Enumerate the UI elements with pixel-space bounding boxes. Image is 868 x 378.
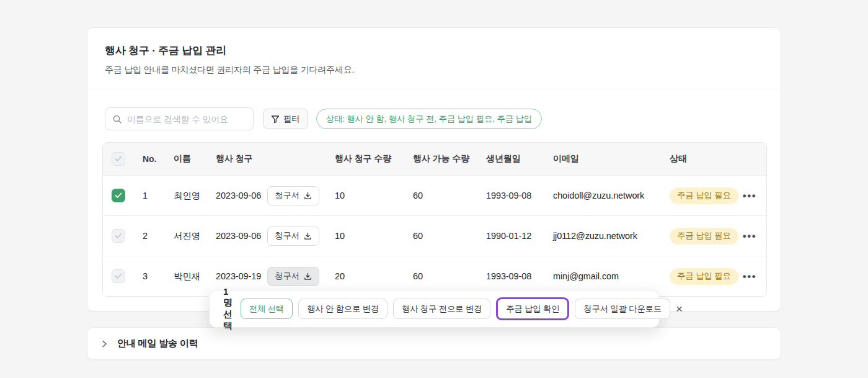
- row-checkbox[interactable]: [112, 189, 125, 202]
- download-icon: [304, 192, 312, 200]
- col-header-birth: 생년월일: [477, 153, 544, 164]
- col-header-no: No.: [134, 154, 165, 164]
- row-birth: 1990-01-12: [477, 231, 544, 241]
- page-subtitle: 주금 납입 안내를 마치셨다면 권리자의 주금 납입을 기다려주세요.: [105, 65, 763, 76]
- table-header-row: No. 이름 행사 청구 행사 청구 수량 행사 가능 수량 생년월일 이메일 …: [103, 143, 766, 175]
- row-name: 박민재: [165, 271, 207, 282]
- row-request-qty: 20: [326, 271, 404, 281]
- check-icon: [115, 192, 122, 199]
- download-icon: [304, 232, 312, 240]
- col-header-name: 이름: [165, 153, 207, 164]
- check-icon: [115, 273, 122, 279]
- row-no: 3: [134, 271, 165, 281]
- status-badge: 주금 납입 필요: [670, 268, 738, 285]
- row-available-qty: 60: [404, 271, 477, 281]
- bulk-download-invoices-button[interactable]: 청구서 일괄 다운로드: [575, 299, 670, 319]
- row-available-qty: 60: [404, 231, 477, 241]
- row-birth: 1993-09-08: [477, 191, 544, 200]
- panel-header: 행사 청구 · 주금 납입 관리 주금 납입 안내를 마치셨다면 권리자의 주금…: [87, 28, 781, 89]
- status-filter-chip[interactable]: 상태: 행사 안 함, 행사 청구 전, 주금 납입 필요, 주금 납입: [316, 109, 542, 129]
- row-no: 1: [134, 191, 165, 200]
- check-icon: [115, 156, 122, 162]
- table-row: 1 최인영 2023-09-06 청구서 10 60 1993-09-08 ch…: [103, 175, 766, 215]
- row-more-button[interactable]: •••: [743, 191, 756, 201]
- confirm-payment-button[interactable]: 주금 납입 확인: [496, 297, 569, 320]
- exercise-payment-panel: 행사 청구 · 주금 납입 관리 주금 납입 안내를 마치셨다면 권리자의 주금…: [87, 27, 781, 312]
- col-header-available-qty: 행사 가능 수량: [404, 153, 477, 164]
- invoice-download-button[interactable]: 청구서: [267, 186, 319, 205]
- mail-history-panel[interactable]: 안내 메일 발송 이력: [87, 327, 781, 360]
- check-icon: [115, 233, 122, 239]
- search-icon: [112, 114, 122, 124]
- row-checkbox[interactable]: [112, 229, 125, 243]
- row-request-date: 2023-09-06: [216, 231, 261, 241]
- table-row: 2 서진영 2023-09-06 청구서 10 60 1990-01-12 jj…: [103, 215, 766, 256]
- close-icon[interactable]: ×: [676, 290, 683, 328]
- select-all-button[interactable]: 전체 선택: [241, 299, 293, 319]
- filter-button[interactable]: 필터: [263, 109, 308, 129]
- row-request-qty: 10: [326, 191, 404, 200]
- col-header-email: 이메일: [544, 153, 661, 164]
- row-request-date: 2023-09-06: [216, 191, 261, 200]
- row-email: jj0112@zuzu.network: [544, 231, 661, 241]
- col-header-exercise-request: 행사 청구: [207, 153, 326, 164]
- search-input[interactable]: [127, 114, 246, 124]
- page-title: 행사 청구 · 주금 납입 관리: [105, 43, 763, 58]
- row-more-button[interactable]: •••: [743, 271, 756, 282]
- row-no: 2: [134, 231, 165, 241]
- row-birth: 1993-09-08: [477, 271, 544, 281]
- invoice-download-button[interactable]: 청구서: [267, 227, 319, 246]
- invoice-label: 청구서: [275, 230, 299, 241]
- selection-count: 1명 선택: [223, 286, 232, 332]
- filter-label: 필터: [283, 114, 300, 125]
- row-email: minj@gmail.com: [544, 271, 661, 281]
- status-badge: 주금 납입 필요: [670, 228, 738, 245]
- download-icon: [304, 272, 312, 281]
- col-header-request-qty: 행사 청구 수량: [326, 153, 404, 164]
- mail-history-title: 안내 메일 발송 이력: [117, 338, 198, 349]
- select-all-checkbox[interactable]: [112, 152, 125, 166]
- chevron-right-icon: [100, 340, 108, 348]
- filter-icon: [271, 115, 280, 124]
- invoice-label: 청구서: [275, 271, 299, 282]
- set-before-request-button[interactable]: 행사 청구 전으로 변경: [393, 299, 490, 319]
- set-not-exercised-button[interactable]: 행사 안 함으로 변경: [298, 299, 388, 319]
- row-name: 최인영: [165, 190, 207, 202]
- row-request-qty: 10: [326, 231, 404, 241]
- table-toolbar: 필터 상태: 행사 안 함, 행사 청구 전, 주금 납입 필요, 주금 납입: [87, 89, 781, 130]
- status-badge: 주금 납입 필요: [670, 187, 738, 204]
- search-input-wrapper: [105, 107, 254, 130]
- rights-holders-table: No. 이름 행사 청구 행사 청구 수량 행사 가능 수량 생년월일 이메일 …: [102, 142, 767, 297]
- col-header-status: 상태: [661, 153, 733, 164]
- row-name: 서진영: [165, 230, 207, 242]
- row-request-date: 2023-09-19: [216, 271, 261, 281]
- selection-action-bar: 1명 선택 전체 선택 행사 안 함으로 변경 행사 청구 전으로 변경 주금 …: [209, 290, 660, 328]
- row-more-button[interactable]: •••: [743, 231, 756, 241]
- row-available-qty: 60: [404, 191, 477, 200]
- row-email: choidoll@zuzu.network: [544, 191, 661, 200]
- invoice-label: 청구서: [275, 190, 299, 201]
- row-checkbox[interactable]: [112, 269, 125, 283]
- invoice-download-button[interactable]: 청구서: [267, 267, 319, 286]
